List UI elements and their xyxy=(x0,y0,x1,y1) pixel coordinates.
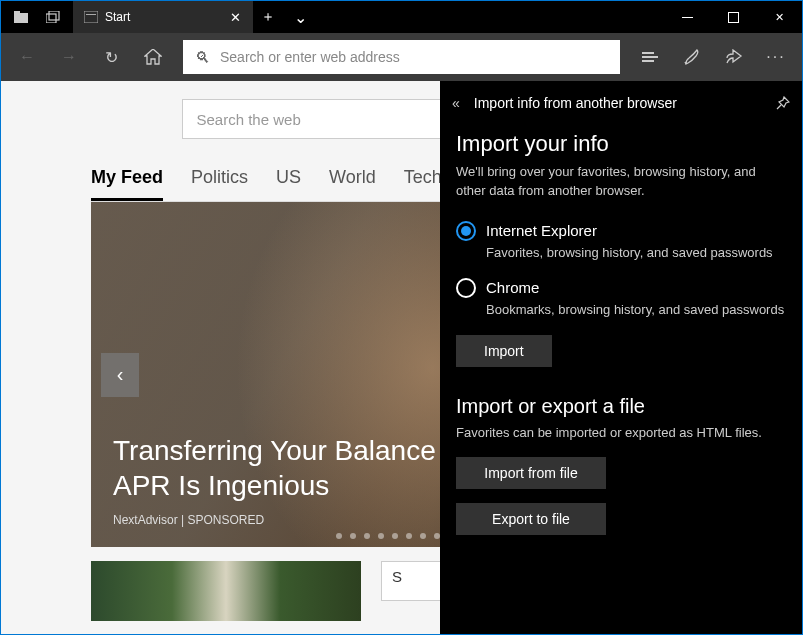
settings-panel: « Import info from another browser Impor… xyxy=(440,81,802,635)
radio-ie[interactable]: Internet Explorer xyxy=(456,221,786,241)
feed-tab-tech[interactable]: Tech xyxy=(404,167,442,201)
svg-rect-7 xyxy=(728,12,738,22)
radio-label: Chrome xyxy=(486,279,539,296)
tab-favicon xyxy=(83,9,99,25)
toolbar: ← → ↻ 🔍︎ ··· xyxy=(1,33,802,81)
folder-icon[interactable] xyxy=(9,1,33,33)
svg-rect-1 xyxy=(14,11,20,14)
radio-label: Internet Explorer xyxy=(486,222,597,239)
radio-description: Favorites, browsing history, and saved p… xyxy=(486,245,786,260)
forward-button[interactable]: → xyxy=(49,37,89,77)
share-icon[interactable] xyxy=(714,37,754,77)
dot[interactable] xyxy=(350,533,356,539)
dot[interactable] xyxy=(336,533,342,539)
refresh-button[interactable]: ↻ xyxy=(91,37,131,77)
search-icon: 🔍︎ xyxy=(195,49,210,66)
more-icon[interactable]: ··· xyxy=(756,37,796,77)
feed-tab-politics[interactable]: Politics xyxy=(191,167,248,201)
svg-rect-0 xyxy=(14,13,28,23)
svg-rect-6 xyxy=(682,17,693,18)
import-heading: Import your info xyxy=(456,131,786,157)
radio-description: Bookmarks, browsing history, and saved p… xyxy=(486,302,786,317)
dot[interactable] xyxy=(378,533,384,539)
back-button[interactable]: ← xyxy=(7,37,47,77)
radio-icon xyxy=(456,221,476,241)
import-file-button[interactable]: Import from file xyxy=(456,457,606,489)
dot[interactable] xyxy=(406,533,412,539)
address-input[interactable] xyxy=(220,49,608,65)
feed-tab-world[interactable]: World xyxy=(329,167,376,201)
feed-tab-us[interactable]: US xyxy=(276,167,301,201)
hero-prev-arrow[interactable]: ‹ xyxy=(101,353,139,397)
content-area: My Feed Politics US World Tech ‹ Transfe… xyxy=(1,81,802,635)
svg-rect-5 xyxy=(86,14,96,15)
panel-back-icon[interactable]: « xyxy=(452,95,460,111)
dot[interactable] xyxy=(434,533,440,539)
close-window-button[interactable]: ✕ xyxy=(756,1,802,33)
file-heading: Import or export a file xyxy=(456,395,786,418)
address-bar[interactable]: 🔍︎ xyxy=(183,40,620,74)
file-description: Favorites can be imported or exported as… xyxy=(456,424,786,443)
browser-tab[interactable]: Start ✕ xyxy=(73,1,253,33)
dot[interactable] xyxy=(364,533,370,539)
tab-actions: ＋ ⌄ xyxy=(253,1,315,33)
tab-title: Start xyxy=(105,10,219,24)
export-file-button[interactable]: Export to file xyxy=(456,503,606,535)
home-button[interactable] xyxy=(133,37,173,77)
tab-chevron-icon[interactable]: ⌄ xyxy=(285,1,315,33)
cascade-icon[interactable] xyxy=(41,1,65,33)
panel-body: Import your info We'll bring over your f… xyxy=(440,125,802,541)
thumbnail[interactable] xyxy=(91,561,361,621)
notes-icon[interactable] xyxy=(672,37,712,77)
svg-rect-4 xyxy=(84,11,98,23)
dot[interactable] xyxy=(420,533,426,539)
svg-rect-3 xyxy=(49,11,59,20)
radio-chrome[interactable]: Chrome xyxy=(456,278,786,298)
reading-list-icon[interactable] xyxy=(630,37,670,77)
new-tab-button[interactable]: ＋ xyxy=(253,1,283,33)
close-tab-icon[interactable]: ✕ xyxy=(225,7,245,27)
maximize-button[interactable] xyxy=(710,1,756,33)
svg-rect-2 xyxy=(46,14,56,23)
radio-icon xyxy=(456,278,476,298)
panel-title: Import info from another browser xyxy=(474,95,762,111)
minimize-button[interactable] xyxy=(664,1,710,33)
panel-header: « Import info from another browser xyxy=(440,81,802,125)
import-description: We'll bring over your favorites, browsin… xyxy=(456,163,786,201)
window-controls: ✕ xyxy=(664,1,802,33)
dot[interactable] xyxy=(392,533,398,539)
titlebar: Start ✕ ＋ ⌄ ✕ xyxy=(1,1,802,33)
import-button[interactable]: Import xyxy=(456,335,552,367)
taskbar-icons xyxy=(1,1,73,33)
feed-tab-myfeed[interactable]: My Feed xyxy=(91,167,163,201)
pin-icon[interactable] xyxy=(776,96,790,110)
